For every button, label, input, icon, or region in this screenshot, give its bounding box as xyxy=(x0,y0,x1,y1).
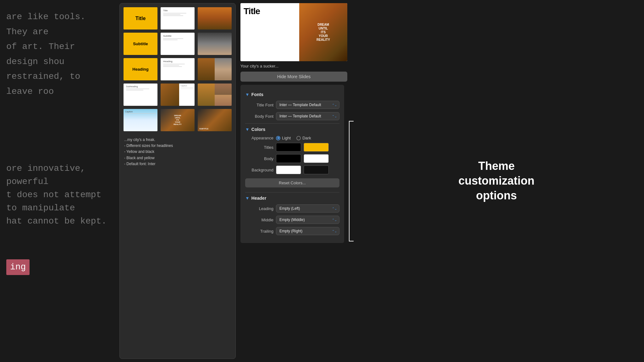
body-font-select[interactable]: Inter — Template Default Helvetica Arial… xyxy=(276,112,339,120)
leading-select[interactable]: Empty (Left) Page Number Date Custom xyxy=(276,204,339,213)
bracket-bottom-line xyxy=(349,241,354,241)
appearance-label: Appearance xyxy=(245,136,273,140)
body-font-row: Body Font Inter — Template Default Helve… xyxy=(245,112,339,120)
slide-thumb-subtitle-photo[interactable] xyxy=(197,32,232,56)
left-text-top: are like tools. They are of art. Their d… xyxy=(6,9,110,99)
body-color-label: Body xyxy=(245,156,273,161)
slide-thumb-subheading-photo[interactable]: Caption xyxy=(160,83,195,106)
highlight-text: ing xyxy=(6,259,30,275)
settings-panel: ▼ Fonts Title Font Inter — Template Defa… xyxy=(240,85,344,243)
preview-title: Title xyxy=(244,6,260,16)
light-radio-dot xyxy=(276,136,280,140)
bracket-vertical-line xyxy=(349,122,350,241)
colors-section-header[interactable]: ▼ Colors xyxy=(245,127,339,132)
slide-thumb-title-white[interactable]: Title xyxy=(160,7,195,30)
dark-radio-dot xyxy=(296,136,301,140)
left-text-panel: are like tools. They are of art. Their d… xyxy=(0,0,116,362)
background-color-row: Background xyxy=(245,165,339,174)
slide-thumb-caption-photo[interactable]: DREAMUNTILITSYOURREALITY xyxy=(160,108,195,132)
slide-description: ...my city's a freak. - Different sizes … xyxy=(123,135,232,169)
leading-select-wrapper: Empty (Left) Page Number Date Custom xyxy=(276,204,339,213)
titles-color-row: Titles xyxy=(245,143,339,152)
fonts-colors-divider xyxy=(245,123,339,124)
body-color-row: Body xyxy=(245,154,339,163)
slide-thumb-subheading-white[interactable]: Subheading xyxy=(123,83,158,106)
header-section-label: Header xyxy=(251,196,266,201)
dark-label: Dark xyxy=(302,136,311,140)
slide-thumb-heading-yellow[interactable]: Heading xyxy=(123,57,158,81)
preview-slide: Title DREAMUNTILITSYOURREALITY xyxy=(240,3,347,61)
annotation-area: Themecustomizationoptions xyxy=(349,0,644,362)
middle-row: Middle Empty (Middle) Page Number Date C… xyxy=(245,216,339,224)
appearance-row: Appearance Light Dark xyxy=(245,136,339,140)
slide-thumb-heading-photo[interactable] xyxy=(197,57,232,81)
fonts-section-label: Fonts xyxy=(251,92,263,97)
preview-panel: Title DREAMUNTILITSYOURREALITY Your city… xyxy=(240,3,347,359)
trailing-row: Trailing Empty (Right) Page Number Date … xyxy=(245,227,339,235)
light-label: Light xyxy=(282,136,291,140)
slide-thumb-caption-photo2[interactable]: SUBTITLE xyxy=(197,108,232,132)
title-font-label: Title Font xyxy=(245,103,273,107)
hide-slides-button[interactable]: Hide More Slides xyxy=(240,72,347,82)
body-font-label: Body Font xyxy=(245,114,273,119)
slide-thumb-subtitle-yellow[interactable]: Subtitle xyxy=(123,32,158,56)
title-font-row: Title Font Inter — Template Default Helv… xyxy=(245,101,339,109)
titles-color-swatch-1[interactable] xyxy=(276,143,301,152)
slide-thumb-title-yellow[interactable]: Title xyxy=(123,7,158,30)
colors-chevron-icon: ▼ xyxy=(245,127,250,132)
slide-thumb-subtitle-white[interactable]: Subtitle xyxy=(160,32,195,56)
middle-select-wrapper: Empty (Middle) Page Number Date Custom xyxy=(276,216,339,224)
header-chevron-icon: ▼ xyxy=(245,196,250,201)
fonts-chevron-icon: ▼ xyxy=(245,92,250,97)
annotation-box: Themecustomizationoptions xyxy=(349,146,644,215)
slide-grid: Title Title Subtitle Subtitle xyxy=(123,7,232,132)
background-color-swatch-2[interactable] xyxy=(304,165,329,174)
slide-thumb-title-photo[interactable] xyxy=(197,7,232,30)
bracket-top-line xyxy=(349,121,354,122)
preview-slide-left: Title xyxy=(240,3,299,61)
leading-row: Leading Empty (Left) Page Number Date Cu… xyxy=(245,204,339,213)
slide-picker-panel: Title Title Subtitle Subtitle xyxy=(119,3,236,359)
middle-label: Middle xyxy=(245,218,273,222)
slide-thumb-heading-white[interactable]: Heading xyxy=(160,57,195,81)
preview-slide-right: DREAMUNTILITSYOURREALITY xyxy=(299,3,347,61)
fonts-section-header[interactable]: ▼ Fonts xyxy=(245,92,339,97)
trailing-label: Trailing xyxy=(245,229,273,234)
body-font-select-wrapper: Inter — Template Default Helvetica Arial… xyxy=(276,112,339,120)
background-color-swatch-1[interactable] xyxy=(276,165,301,174)
slide-thumb-caption-sky[interactable]: Caption xyxy=(123,108,158,132)
light-radio[interactable]: Light xyxy=(276,136,291,140)
colors-section-label: Colors xyxy=(251,127,265,132)
leading-label: Leading xyxy=(245,206,273,211)
dark-radio[interactable]: Dark xyxy=(296,136,311,140)
trailing-select-wrapper: Empty (Right) Page Number Date Custom xyxy=(276,227,339,235)
title-font-select-wrapper: Inter — Template Default Helvetica Arial… xyxy=(276,101,339,109)
title-font-select[interactable]: Inter — Template Default Helvetica Arial… xyxy=(276,101,339,109)
middle-select[interactable]: Empty (Middle) Page Number Date Custom xyxy=(276,216,339,224)
titles-color-swatch-2[interactable] xyxy=(304,143,329,152)
header-section-header[interactable]: ▼ Header xyxy=(245,196,339,201)
trailing-select[interactable]: Empty (Right) Page Number Date Custom xyxy=(276,227,339,235)
body-color-swatch-1[interactable] xyxy=(276,154,301,163)
colors-header-divider xyxy=(245,192,339,192)
reset-colors-button[interactable]: Reset Colors... xyxy=(245,178,339,187)
titles-color-label: Titles xyxy=(245,145,273,150)
body-color-swatch-2[interactable] xyxy=(304,154,329,163)
annotation-text: Themecustomizationoptions xyxy=(458,159,534,203)
preview-caption: Your city's a sucker... xyxy=(240,64,347,68)
preview-photo-text: DREAMUNTILITSYOURREALITY xyxy=(316,23,330,42)
background-color-label: Background xyxy=(245,168,273,172)
slide-thumb-subheading-photo2[interactable] xyxy=(197,83,232,106)
